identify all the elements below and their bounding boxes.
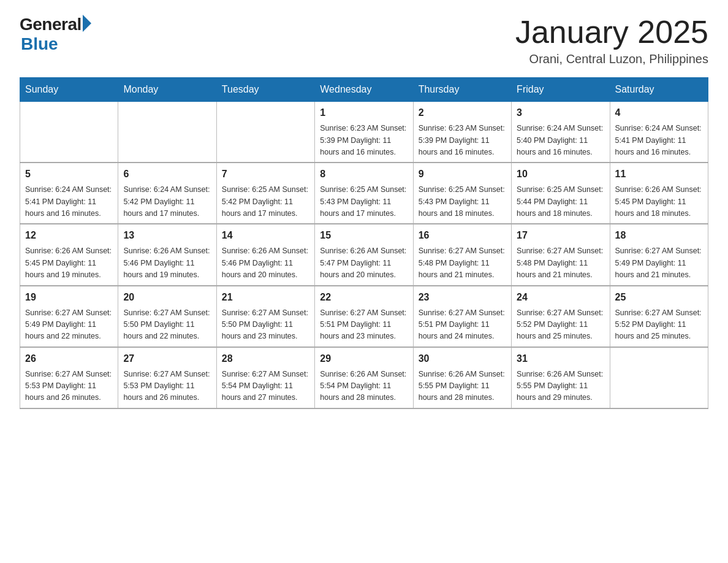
day-info: Sunrise: 6:24 AM Sunset: 5:41 PM Dayligh… — [25, 184, 113, 220]
calendar-cell: 16Sunrise: 6:27 AM Sunset: 5:48 PM Dayli… — [413, 224, 511, 285]
calendar-cell — [118, 102, 216, 163]
day-number: 4 — [615, 105, 703, 120]
day-number: 12 — [25, 228, 113, 243]
calendar-cell: 15Sunrise: 6:26 AM Sunset: 5:47 PM Dayli… — [315, 224, 413, 285]
calendar-week-row: 19Sunrise: 6:27 AM Sunset: 5:49 PM Dayli… — [20, 286, 708, 347]
calendar-cell: 17Sunrise: 6:27 AM Sunset: 5:48 PM Dayli… — [512, 224, 610, 285]
day-info: Sunrise: 6:26 AM Sunset: 5:45 PM Dayligh… — [615, 184, 703, 220]
calendar-cell — [216, 102, 314, 163]
calendar-cell: 27Sunrise: 6:27 AM Sunset: 5:53 PM Dayli… — [118, 347, 216, 408]
calendar-header-saturday: Saturday — [610, 78, 708, 102]
day-info: Sunrise: 6:27 AM Sunset: 5:49 PM Dayligh… — [615, 245, 703, 281]
day-number: 31 — [517, 351, 604, 366]
calendar-cell: 4Sunrise: 6:24 AM Sunset: 5:41 PM Daylig… — [610, 102, 708, 163]
calendar-cell: 30Sunrise: 6:26 AM Sunset: 5:55 PM Dayli… — [413, 347, 511, 408]
location-subtitle: Orani, Central Luzon, Philippines — [515, 52, 708, 66]
calendar-week-row: 26Sunrise: 6:27 AM Sunset: 5:53 PM Dayli… — [20, 347, 708, 408]
day-info: Sunrise: 6:25 AM Sunset: 5:44 PM Dayligh… — [517, 184, 604, 220]
day-number: 21 — [222, 290, 309, 305]
calendar-header-tuesday: Tuesday — [216, 78, 314, 102]
calendar-cell: 23Sunrise: 6:27 AM Sunset: 5:51 PM Dayli… — [413, 286, 511, 347]
day-info: Sunrise: 6:27 AM Sunset: 5:48 PM Dayligh… — [419, 245, 506, 281]
page-header: General Blue January 2025 Orani, Central… — [20, 15, 708, 66]
day-number: 23 — [419, 290, 506, 305]
day-number: 5 — [25, 167, 113, 182]
calendar-header-row: SundayMondayTuesdayWednesdayThursdayFrid… — [20, 78, 708, 102]
calendar-header-friday: Friday — [512, 78, 610, 102]
day-info: Sunrise: 6:27 AM Sunset: 5:49 PM Dayligh… — [25, 307, 113, 343]
calendar-cell: 9Sunrise: 6:25 AM Sunset: 5:43 PM Daylig… — [413, 163, 511, 224]
logo-blue-text: Blue — [21, 34, 58, 54]
calendar-cell: 11Sunrise: 6:26 AM Sunset: 5:45 PM Dayli… — [610, 163, 708, 224]
day-info: Sunrise: 6:23 AM Sunset: 5:39 PM Dayligh… — [419, 123, 506, 158]
calendar-cell: 7Sunrise: 6:25 AM Sunset: 5:42 PM Daylig… — [216, 163, 314, 224]
calendar-cell: 14Sunrise: 6:26 AM Sunset: 5:46 PM Dayli… — [216, 224, 314, 285]
calendar-cell: 6Sunrise: 6:24 AM Sunset: 5:42 PM Daylig… — [118, 163, 216, 224]
day-info: Sunrise: 6:24 AM Sunset: 5:40 PM Dayligh… — [517, 123, 604, 158]
calendar-cell: 22Sunrise: 6:27 AM Sunset: 5:51 PM Dayli… — [315, 286, 413, 347]
calendar-cell: 28Sunrise: 6:27 AM Sunset: 5:54 PM Dayli… — [216, 347, 314, 408]
day-info: Sunrise: 6:26 AM Sunset: 5:47 PM Dayligh… — [320, 245, 408, 281]
day-info: Sunrise: 6:27 AM Sunset: 5:48 PM Dayligh… — [517, 245, 604, 281]
day-info: Sunrise: 6:27 AM Sunset: 5:53 PM Dayligh… — [25, 369, 113, 404]
day-info: Sunrise: 6:26 AM Sunset: 5:46 PM Dayligh… — [222, 245, 309, 281]
calendar-cell: 8Sunrise: 6:25 AM Sunset: 5:43 PM Daylig… — [315, 163, 413, 224]
day-number: 2 — [419, 105, 506, 120]
day-info: Sunrise: 6:24 AM Sunset: 5:42 PM Dayligh… — [123, 184, 211, 220]
calendar-cell: 13Sunrise: 6:26 AM Sunset: 5:46 PM Dayli… — [118, 224, 216, 285]
calendar-cell: 24Sunrise: 6:27 AM Sunset: 5:52 PM Dayli… — [512, 286, 610, 347]
calendar-cell: 12Sunrise: 6:26 AM Sunset: 5:45 PM Dayli… — [20, 224, 118, 285]
day-number: 13 — [123, 228, 211, 243]
day-number: 10 — [517, 167, 604, 182]
calendar-cell: 3Sunrise: 6:24 AM Sunset: 5:40 PM Daylig… — [512, 102, 610, 163]
day-info: Sunrise: 6:27 AM Sunset: 5:50 PM Dayligh… — [222, 307, 309, 343]
calendar-header-sunday: Sunday — [20, 78, 118, 102]
month-title: January 2025 — [515, 15, 708, 50]
day-number: 8 — [320, 167, 408, 182]
calendar-cell: 21Sunrise: 6:27 AM Sunset: 5:50 PM Dayli… — [216, 286, 314, 347]
day-number: 27 — [123, 351, 211, 366]
day-number: 22 — [320, 290, 408, 305]
day-number: 15 — [320, 228, 408, 243]
day-info: Sunrise: 6:26 AM Sunset: 5:54 PM Dayligh… — [320, 369, 408, 404]
calendar-cell — [20, 102, 118, 163]
day-info: Sunrise: 6:27 AM Sunset: 5:53 PM Dayligh… — [123, 369, 211, 404]
day-number: 26 — [25, 351, 113, 366]
calendar-header-thursday: Thursday — [413, 78, 511, 102]
calendar-cell: 2Sunrise: 6:23 AM Sunset: 5:39 PM Daylig… — [413, 102, 511, 163]
day-number: 25 — [615, 290, 703, 305]
calendar-week-row: 1Sunrise: 6:23 AM Sunset: 5:39 PM Daylig… — [20, 102, 708, 163]
calendar-header-monday: Monday — [118, 78, 216, 102]
logo-triangle-icon — [83, 15, 91, 32]
day-number: 14 — [222, 228, 309, 243]
day-number: 24 — [517, 290, 604, 305]
day-number: 29 — [320, 351, 408, 366]
day-info: Sunrise: 6:27 AM Sunset: 5:51 PM Dayligh… — [320, 307, 408, 343]
calendar-cell: 5Sunrise: 6:24 AM Sunset: 5:41 PM Daylig… — [20, 163, 118, 224]
day-number: 28 — [222, 351, 309, 366]
day-number: 3 — [517, 105, 604, 120]
logo-general-text: General — [20, 15, 82, 34]
calendar-header-wednesday: Wednesday — [315, 78, 413, 102]
day-info: Sunrise: 6:27 AM Sunset: 5:54 PM Dayligh… — [222, 369, 309, 404]
calendar-cell: 1Sunrise: 6:23 AM Sunset: 5:39 PM Daylig… — [315, 102, 413, 163]
calendar-cell: 18Sunrise: 6:27 AM Sunset: 5:49 PM Dayli… — [610, 224, 708, 285]
calendar-cell: 29Sunrise: 6:26 AM Sunset: 5:54 PM Dayli… — [315, 347, 413, 408]
day-info: Sunrise: 6:25 AM Sunset: 5:43 PM Dayligh… — [320, 184, 408, 220]
day-info: Sunrise: 6:25 AM Sunset: 5:42 PM Dayligh… — [222, 184, 309, 220]
calendar-cell — [610, 347, 708, 408]
day-number: 16 — [419, 228, 506, 243]
title-section: January 2025 Orani, Central Luzon, Phili… — [515, 15, 708, 66]
day-number: 6 — [123, 167, 211, 182]
calendar-table: SundayMondayTuesdayWednesdayThursdayFrid… — [20, 77, 708, 409]
day-info: Sunrise: 6:26 AM Sunset: 5:45 PM Dayligh… — [25, 245, 113, 281]
calendar-cell: 20Sunrise: 6:27 AM Sunset: 5:50 PM Dayli… — [118, 286, 216, 347]
day-number: 9 — [419, 167, 506, 182]
day-info: Sunrise: 6:27 AM Sunset: 5:52 PM Dayligh… — [517, 307, 604, 343]
day-number: 17 — [517, 228, 604, 243]
calendar-cell: 25Sunrise: 6:27 AM Sunset: 5:52 PM Dayli… — [610, 286, 708, 347]
day-number: 7 — [222, 167, 309, 182]
day-info: Sunrise: 6:27 AM Sunset: 5:50 PM Dayligh… — [123, 307, 211, 343]
calendar-week-row: 12Sunrise: 6:26 AM Sunset: 5:45 PM Dayli… — [20, 224, 708, 285]
calendar-cell: 26Sunrise: 6:27 AM Sunset: 5:53 PM Dayli… — [20, 347, 118, 408]
